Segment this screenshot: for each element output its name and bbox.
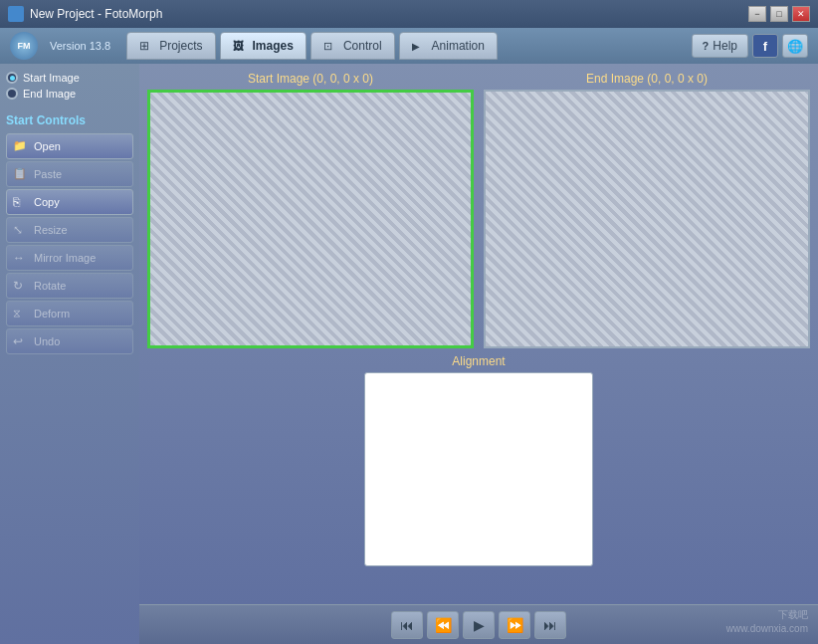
play-icon: ▶ [474,617,485,633]
end-image-label: End Image [23,88,76,100]
version-label: Version 13.8 [50,40,110,52]
paste-label: Paste [34,168,62,180]
mirror-icon [13,251,29,265]
undo-button[interactable]: Undo [6,328,133,354]
start-radio-dot [6,72,18,84]
control-icon [323,39,339,53]
open-button[interactable]: Open [6,133,133,159]
web-button[interactable]: 🌐 [782,34,808,58]
fastfwd-button[interactable]: ⏭ [534,611,566,639]
prev-button[interactable]: ⏪ [427,611,459,639]
tab-projects[interactable]: Projects [126,32,215,60]
prev-icon: ⏪ [435,617,452,633]
end-radio-dot [6,88,18,100]
start-controls-title: Start Controls [6,113,133,127]
rotate-icon [13,279,29,293]
images-icon [233,39,249,53]
alignment-section: Alignment [147,354,810,566]
player-controls: ⏮ ⏪ ▶ ⏩ ⏭ [139,604,818,644]
mirror-button[interactable]: Mirror Image [6,245,133,271]
facebook-button[interactable]: f [752,34,778,58]
image-selector: Start Image End Image [6,72,133,100]
open-icon [13,139,29,153]
tab-animation-label: Animation [432,39,485,53]
resize-button[interactable]: Resize [6,217,133,243]
tab-animation[interactable]: Animation [399,32,498,60]
rewind-button[interactable]: ⏮ [391,611,423,639]
start-image-title: Start Image (0, 0, 0 x 0) [147,72,474,86]
projects-icon [139,39,155,53]
start-image-radio[interactable]: Start Image [6,72,133,84]
next-button[interactable]: ⏩ [499,611,530,639]
mirror-label: Mirror Image [34,252,96,264]
rotate-label: Rotate [34,280,66,292]
app-icon [8,6,24,22]
undo-icon [13,334,29,348]
window-controls: − □ ✕ [748,6,810,22]
help-label: Help [713,39,737,53]
open-label: Open [34,140,61,152]
minimize-button[interactable]: − [748,6,766,22]
tab-projects-label: Projects [159,39,202,53]
alignment-canvas[interactable] [364,372,593,566]
fastfwd-icon: ⏭ [543,617,557,633]
resize-icon [13,223,29,237]
rotate-button[interactable]: Rotate [6,273,133,299]
next-icon: ⏩ [507,617,523,633]
paste-button[interactable]: Paste [6,161,133,187]
main-layout: Start Image End Image Start Controls Ope… [0,64,818,644]
maximize-button[interactable]: □ [770,6,788,22]
window-title: New Project - FotoMorph [30,7,748,21]
animation-icon [412,39,428,53]
paste-icon [13,167,29,181]
copy-icon [13,195,29,209]
tab-control-label: Control [343,39,382,53]
tab-images[interactable]: Images [220,32,307,60]
sidebar: Start Image End Image Start Controls Ope… [0,64,139,644]
play-button[interactable]: ▶ [463,611,495,639]
start-image-canvas[interactable] [147,90,474,348]
tab-images-label: Images [253,39,294,53]
start-image-label: Start Image [23,72,80,84]
header: FM Version 13.8 Projects Images Control … [0,28,818,64]
end-image-radio[interactable]: End Image [6,88,133,100]
content-area: Start Image (0, 0, 0 x 0) End Image (0, … [139,64,818,644]
close-button[interactable]: ✕ [792,6,810,22]
resize-label: Resize [34,224,68,236]
start-image-panel: Start Image (0, 0, 0 x 0) [147,72,474,348]
undo-label: Undo [34,335,60,347]
tab-control[interactable]: Control [310,32,395,60]
end-image-canvas[interactable] [484,90,810,348]
help-icon [703,39,710,53]
rewind-icon: ⏮ [400,617,414,633]
deform-label: Deform [34,308,70,320]
app-logo: FM [10,32,38,60]
copy-button[interactable]: Copy [6,189,133,215]
images-row: Start Image (0, 0, 0 x 0) End Image (0, … [147,72,810,348]
images-content: Start Image (0, 0, 0 x 0) End Image (0, … [139,64,818,604]
end-image-panel: End Image (0, 0, 0 x 0) [484,72,810,348]
watermark: 下载吧www.downxia.com [726,608,808,636]
titlebar: New Project - FotoMorph − □ ✕ [0,0,818,28]
end-image-title: End Image (0, 0, 0 x 0) [484,72,810,86]
help-button[interactable]: Help [692,34,748,58]
copy-label: Copy [34,196,60,208]
deform-icon [13,307,29,321]
deform-button[interactable]: Deform [6,301,133,326]
alignment-title: Alignment [452,354,505,368]
